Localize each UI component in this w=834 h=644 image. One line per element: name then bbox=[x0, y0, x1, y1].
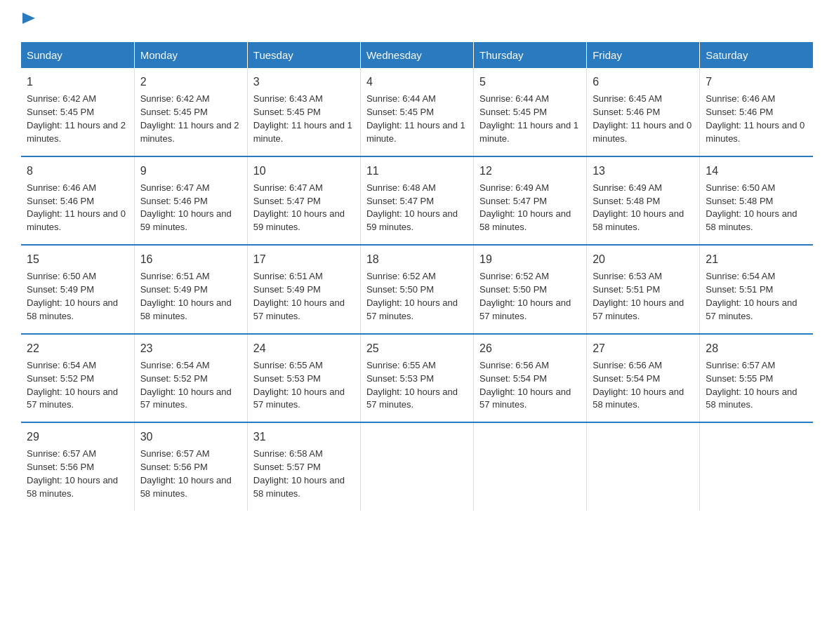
day-daylight: Daylight: 10 hours and 58 minutes. bbox=[27, 475, 118, 499]
day-cell: 21 Sunrise: 6:54 AM Sunset: 5:51 PM Dayl… bbox=[700, 245, 813, 334]
day-sunrise: Sunrise: 6:56 AM bbox=[479, 360, 549, 370]
day-number: 24 bbox=[253, 340, 355, 356]
day-sunrise: Sunrise: 6:42 AM bbox=[140, 93, 210, 104]
day-daylight: Daylight: 10 hours and 57 minutes. bbox=[593, 297, 684, 321]
day-cell: 31 Sunrise: 6:58 AM Sunset: 5:57 PM Dayl… bbox=[247, 422, 360, 511]
day-sunrise: Sunrise: 6:53 AM bbox=[593, 271, 662, 281]
day-daylight: Daylight: 10 hours and 57 minutes. bbox=[706, 297, 797, 321]
day-sunset: Sunset: 5:56 PM bbox=[27, 462, 94, 472]
day-sunrise: Sunrise: 6:44 AM bbox=[366, 93, 436, 104]
day-cell: 19 Sunrise: 6:52 AM Sunset: 5:50 PM Dayl… bbox=[474, 245, 587, 334]
day-cell: 27 Sunrise: 6:56 AM Sunset: 5:54 PM Dayl… bbox=[587, 334, 700, 423]
day-sunrise: Sunrise: 6:45 AM bbox=[593, 93, 662, 104]
day-cell: 16 Sunrise: 6:51 AM Sunset: 5:49 PM Dayl… bbox=[134, 245, 247, 334]
day-number: 2 bbox=[140, 74, 241, 90]
logo bbox=[21, 14, 37, 28]
day-sunrise: Sunrise: 6:47 AM bbox=[253, 182, 323, 193]
day-sunset: Sunset: 5:51 PM bbox=[706, 284, 773, 295]
day-daylight: Daylight: 10 hours and 58 minutes. bbox=[706, 387, 797, 410]
day-number: 6 bbox=[593, 74, 694, 90]
day-sunset: Sunset: 5:50 PM bbox=[366, 284, 434, 295]
day-sunset: Sunset: 5:53 PM bbox=[253, 373, 321, 384]
day-cell: 22 Sunrise: 6:54 AM Sunset: 5:52 PM Dayl… bbox=[21, 334, 134, 423]
day-cell: 14 Sunrise: 6:50 AM Sunset: 5:48 PM Dayl… bbox=[700, 156, 813, 246]
day-number: 3 bbox=[253, 74, 355, 90]
day-daylight: Daylight: 10 hours and 59 minutes. bbox=[366, 208, 458, 232]
day-cell: 28 Sunrise: 6:57 AM Sunset: 5:55 PM Dayl… bbox=[700, 334, 813, 423]
day-daylight: Daylight: 10 hours and 57 minutes. bbox=[479, 297, 571, 321]
day-sunset: Sunset: 5:52 PM bbox=[140, 373, 208, 384]
day-cell bbox=[587, 422, 700, 511]
day-sunset: Sunset: 5:47 PM bbox=[253, 196, 321, 206]
day-sunset: Sunset: 5:54 PM bbox=[479, 373, 547, 384]
day-sunset: Sunset: 5:49 PM bbox=[140, 284, 208, 295]
day-daylight: Daylight: 10 hours and 59 minutes. bbox=[140, 208, 232, 232]
week-row-1: 1 Sunrise: 6:42 AM Sunset: 5:45 PM Dayli… bbox=[21, 68, 813, 156]
day-cell: 2 Sunrise: 6:42 AM Sunset: 5:45 PM Dayli… bbox=[134, 68, 247, 156]
day-number: 20 bbox=[593, 251, 694, 267]
day-daylight: Daylight: 11 hours and 0 minutes. bbox=[706, 120, 805, 144]
header-saturday: Saturday bbox=[700, 42, 813, 68]
day-sunset: Sunset: 5:45 PM bbox=[366, 107, 434, 117]
week-row-5: 29 Sunrise: 6:57 AM Sunset: 5:56 PM Dayl… bbox=[21, 422, 813, 511]
day-daylight: Daylight: 10 hours and 58 minutes. bbox=[27, 297, 118, 321]
week-row-2: 8 Sunrise: 6:46 AM Sunset: 5:46 PM Dayli… bbox=[21, 156, 813, 246]
week-row-3: 15 Sunrise: 6:50 AM Sunset: 5:49 PM Dayl… bbox=[21, 245, 813, 334]
day-sunrise: Sunrise: 6:54 AM bbox=[706, 271, 775, 281]
day-number: 17 bbox=[253, 251, 355, 267]
day-cell: 1 Sunrise: 6:42 AM Sunset: 5:45 PM Dayli… bbox=[21, 68, 134, 156]
page-header bbox=[21, 14, 813, 28]
day-daylight: Daylight: 10 hours and 57 minutes. bbox=[140, 387, 232, 410]
day-cell: 8 Sunrise: 6:46 AM Sunset: 5:46 PM Dayli… bbox=[21, 156, 134, 246]
day-number: 26 bbox=[479, 340, 581, 356]
day-daylight: Daylight: 10 hours and 57 minutes. bbox=[253, 387, 345, 410]
day-sunrise: Sunrise: 6:52 AM bbox=[366, 271, 436, 281]
day-sunset: Sunset: 5:47 PM bbox=[479, 196, 547, 206]
day-cell: 20 Sunrise: 6:53 AM Sunset: 5:51 PM Dayl… bbox=[587, 245, 700, 334]
day-daylight: Daylight: 11 hours and 2 minutes. bbox=[27, 120, 126, 144]
day-cell: 4 Sunrise: 6:44 AM Sunset: 5:45 PM Dayli… bbox=[360, 68, 473, 156]
logo-flag-icon bbox=[22, 13, 37, 28]
day-number: 13 bbox=[593, 163, 694, 179]
day-number: 27 bbox=[593, 340, 694, 356]
day-daylight: Daylight: 10 hours and 58 minutes. bbox=[479, 208, 571, 232]
day-sunset: Sunset: 5:52 PM bbox=[27, 373, 94, 384]
day-number: 12 bbox=[479, 163, 581, 179]
day-daylight: Daylight: 11 hours and 1 minute. bbox=[366, 120, 465, 144]
day-cell: 3 Sunrise: 6:43 AM Sunset: 5:45 PM Dayli… bbox=[247, 68, 360, 156]
day-cell: 12 Sunrise: 6:49 AM Sunset: 5:47 PM Dayl… bbox=[474, 156, 587, 246]
day-daylight: Daylight: 10 hours and 58 minutes. bbox=[253, 475, 345, 499]
day-sunset: Sunset: 5:49 PM bbox=[27, 284, 94, 295]
day-cell: 24 Sunrise: 6:55 AM Sunset: 5:53 PM Dayl… bbox=[247, 334, 360, 423]
day-cell: 26 Sunrise: 6:56 AM Sunset: 5:54 PM Dayl… bbox=[474, 334, 587, 423]
day-sunset: Sunset: 5:57 PM bbox=[253, 462, 321, 472]
day-daylight: Daylight: 10 hours and 59 minutes. bbox=[253, 208, 345, 232]
day-sunrise: Sunrise: 6:49 AM bbox=[479, 182, 549, 193]
header-friday: Friday bbox=[587, 42, 700, 68]
header-wednesday: Wednesday bbox=[360, 42, 473, 68]
day-number: 31 bbox=[253, 429, 355, 445]
day-daylight: Daylight: 10 hours and 58 minutes. bbox=[140, 475, 232, 499]
day-sunset: Sunset: 5:51 PM bbox=[593, 284, 660, 295]
header-sunday: Sunday bbox=[21, 42, 134, 68]
day-sunrise: Sunrise: 6:49 AM bbox=[593, 182, 662, 193]
day-sunrise: Sunrise: 6:57 AM bbox=[140, 448, 210, 459]
day-sunset: Sunset: 5:53 PM bbox=[366, 373, 434, 384]
day-sunrise: Sunrise: 6:55 AM bbox=[253, 360, 323, 370]
day-daylight: Daylight: 11 hours and 1 minute. bbox=[479, 120, 578, 144]
day-sunset: Sunset: 5:56 PM bbox=[140, 462, 208, 472]
day-cell: 23 Sunrise: 6:54 AM Sunset: 5:52 PM Dayl… bbox=[134, 334, 247, 423]
day-cell: 7 Sunrise: 6:46 AM Sunset: 5:46 PM Dayli… bbox=[700, 68, 813, 156]
day-sunset: Sunset: 5:48 PM bbox=[593, 196, 660, 206]
day-cell: 18 Sunrise: 6:52 AM Sunset: 5:50 PM Dayl… bbox=[360, 245, 473, 334]
day-daylight: Daylight: 11 hours and 2 minutes. bbox=[140, 120, 239, 144]
day-daylight: Daylight: 10 hours and 58 minutes. bbox=[140, 297, 232, 321]
day-number: 30 bbox=[140, 429, 241, 445]
day-number: 29 bbox=[27, 429, 128, 445]
day-daylight: Daylight: 10 hours and 57 minutes. bbox=[366, 387, 458, 410]
day-sunset: Sunset: 5:45 PM bbox=[27, 107, 94, 117]
day-sunrise: Sunrise: 6:50 AM bbox=[706, 182, 775, 193]
day-sunrise: Sunrise: 6:51 AM bbox=[253, 271, 323, 281]
day-daylight: Daylight: 10 hours and 57 minutes. bbox=[479, 387, 571, 410]
day-cell bbox=[700, 422, 813, 511]
